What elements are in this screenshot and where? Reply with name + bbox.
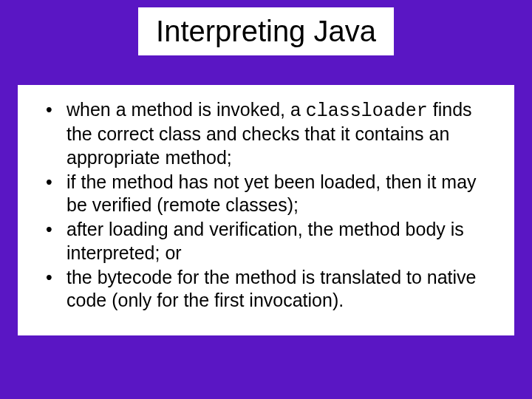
bullet-text: after loading and verification, the meth… — [66, 219, 464, 262]
bullet-item: when a method is invoked, a classloader … — [38, 98, 494, 169]
bullet-item: after loading and verification, the meth… — [38, 218, 494, 265]
slide-title: Interpreting Java — [156, 15, 376, 48]
bullet-item: the bytecode for the method is translate… — [38, 266, 494, 313]
title-box: Interpreting Java — [138, 7, 394, 55]
bullet-text: if the method has not yet been loaded, t… — [66, 171, 477, 215]
bullet-text: the bytecode for the method is translate… — [66, 267, 477, 310]
code-term: classloader — [306, 100, 428, 122]
bullet-item: if the method has not yet been loaded, t… — [38, 171, 494, 217]
slide: Interpreting Java when a method is invok… — [0, 0, 532, 399]
bullet-list: when a method is invoked, a classloader … — [38, 98, 494, 312]
bullet-text: when a method is invoked, a — [66, 99, 306, 120]
content-box: when a method is invoked, a classloader … — [18, 85, 514, 335]
